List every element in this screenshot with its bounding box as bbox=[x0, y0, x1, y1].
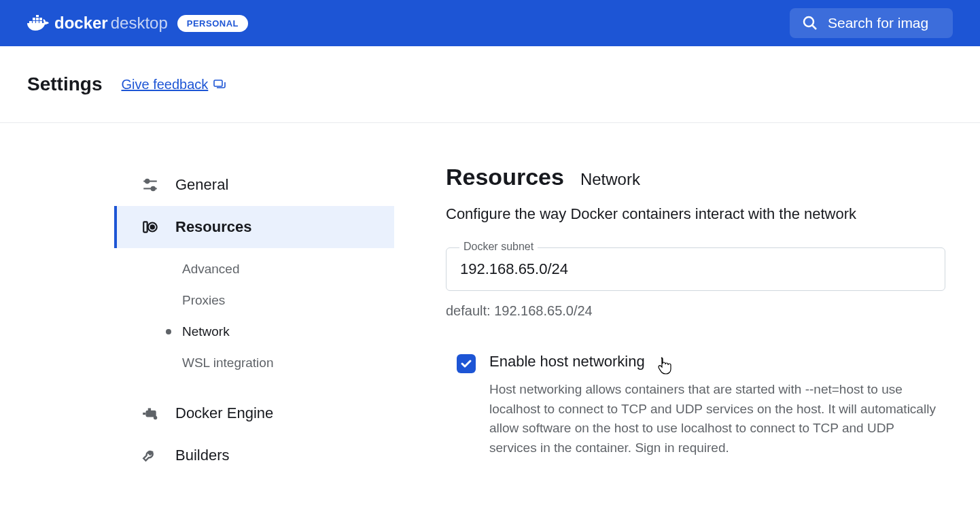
svg-line-9 bbox=[813, 26, 817, 30]
content: General Resources Advanced Proxies Netwo… bbox=[0, 123, 980, 477]
host-networking-label: Enable host networking bbox=[489, 353, 953, 370]
give-feedback-link[interactable]: Give feedback bbox=[121, 77, 226, 92]
sidebar-item-label: Resources bbox=[175, 218, 252, 236]
check-icon bbox=[460, 358, 472, 370]
feedback-link-label: Give feedback bbox=[121, 77, 208, 92]
app-header: docker desktop PERSONAL Search for imag bbox=[0, 0, 980, 46]
enable-host-networking-checkbox[interactable] bbox=[457, 354, 476, 373]
resources-sub-items: Advanced Proxies Network WSL integration bbox=[114, 248, 394, 392]
page-title-bar: Settings Give feedback bbox=[0, 46, 980, 123]
whale-icon bbox=[27, 15, 49, 31]
search-icon bbox=[802, 15, 818, 31]
search-placeholder: Search for imag bbox=[828, 15, 928, 31]
main-subtitle: Network bbox=[580, 170, 640, 189]
logo-text: docker bbox=[54, 14, 108, 33]
svg-point-21 bbox=[154, 416, 157, 419]
resources-icon bbox=[141, 218, 159, 236]
svg-point-14 bbox=[152, 187, 155, 190]
search-input[interactable]: Search for imag bbox=[790, 8, 953, 38]
main-panel: Resources Network Configure the way Dock… bbox=[394, 164, 980, 477]
host-networking-row: Enable host networking Host networking a… bbox=[446, 353, 953, 457]
main-description: Configure the way Docker containers inte… bbox=[446, 205, 953, 223]
checkbox-content: Enable host networking Host networking a… bbox=[489, 353, 953, 457]
svg-rect-7 bbox=[36, 15, 39, 17]
main-title: Resources bbox=[446, 164, 564, 190]
sidebar-item-docker-engine[interactable]: Docker Engine bbox=[114, 392, 394, 434]
sidebar-item-resources[interactable]: Resources bbox=[114, 206, 394, 248]
settings-sidebar: General Resources Advanced Proxies Netwo… bbox=[0, 164, 394, 477]
feedback-icon bbox=[213, 78, 226, 90]
sub-item-network[interactable]: Network bbox=[182, 316, 394, 347]
sub-item-label: Advanced bbox=[182, 262, 240, 277]
sliders-icon bbox=[141, 176, 159, 194]
personal-badge: PERSONAL bbox=[177, 15, 248, 32]
cursor-pointer-icon bbox=[657, 357, 671, 375]
svg-point-13 bbox=[145, 179, 149, 183]
logo-desktop-text: desktop bbox=[111, 14, 168, 33]
svg-rect-18 bbox=[146, 411, 156, 417]
main-heading: Resources Network bbox=[446, 164, 953, 190]
svg-rect-6 bbox=[39, 18, 42, 20]
docker-subnet-input[interactable] bbox=[446, 247, 945, 291]
docker-subnet-label: Docker subnet bbox=[459, 241, 538, 253]
sub-item-proxies[interactable]: Proxies bbox=[182, 285, 394, 316]
sub-item-advanced[interactable]: Advanced bbox=[182, 254, 394, 285]
header-left: docker desktop PERSONAL bbox=[27, 14, 248, 33]
subnet-default-hint: default: 192.168.65.0/24 bbox=[446, 303, 953, 319]
svg-rect-20 bbox=[143, 413, 145, 415]
docker-logo: docker desktop bbox=[27, 14, 168, 33]
sidebar-item-general[interactable]: General bbox=[114, 164, 394, 206]
svg-rect-10 bbox=[214, 80, 222, 86]
docker-subnet-field: Docker subnet bbox=[446, 247, 953, 291]
svg-rect-19 bbox=[148, 408, 151, 411]
sub-item-label: WSL integration bbox=[182, 356, 273, 370]
wrench-icon bbox=[141, 447, 159, 464]
svg-rect-4 bbox=[33, 18, 35, 20]
svg-rect-15 bbox=[143, 222, 147, 232]
svg-point-8 bbox=[804, 17, 813, 27]
svg-point-17 bbox=[151, 225, 154, 228]
sidebar-item-label: Docker Engine bbox=[175, 404, 273, 422]
sidebar-item-label: Builders bbox=[175, 447, 229, 464]
host-networking-description: Host networking allows containers that a… bbox=[489, 380, 938, 457]
sidebar-item-builders[interactable]: Builders bbox=[114, 434, 394, 477]
engine-icon bbox=[141, 404, 159, 422]
page-title: Settings bbox=[27, 73, 102, 95]
sub-item-label: Network bbox=[182, 324, 230, 339]
sub-item-wsl-integration[interactable]: WSL integration bbox=[182, 347, 394, 379]
sub-item-label: Proxies bbox=[182, 293, 225, 308]
svg-rect-5 bbox=[36, 18, 39, 20]
sidebar-item-label: General bbox=[175, 176, 228, 194]
